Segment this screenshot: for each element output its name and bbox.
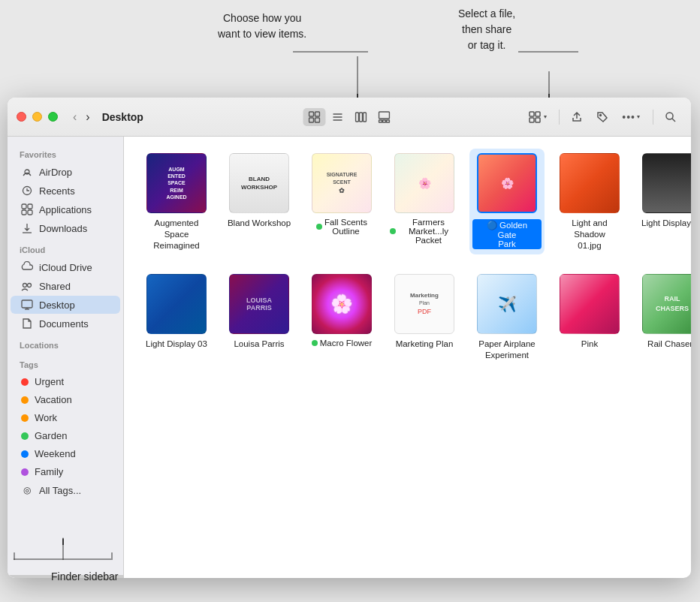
file-item-fall[interactable]: SIGNATURESCENT✿ Fall ScentsOutline xyxy=(304,149,379,254)
thumb-golden: 🌸 xyxy=(477,153,537,213)
file-item-light-shadow[interactable]: Light and Shadow01.jpg xyxy=(552,149,627,254)
sidebar-item-weekend[interactable]: Weekend xyxy=(11,445,120,462)
view-columns-button[interactable] xyxy=(350,108,373,126)
forward-button[interactable]: › xyxy=(83,109,92,125)
svg-rect-9 xyxy=(315,118,320,122)
share-button[interactable] xyxy=(566,108,588,126)
file-item-marketing[interactable]: Marketing Plan PDF Marketing Plan xyxy=(387,269,462,364)
file-item-pink[interactable]: Pink xyxy=(552,269,627,364)
thumb-light-display-01 xyxy=(642,153,691,213)
urgent-label: Urgent xyxy=(35,376,64,387)
sidebar-item-documents[interactable]: Documents xyxy=(11,315,120,333)
traffic-lights xyxy=(17,112,58,122)
toolbar-separator-1 xyxy=(559,110,560,125)
callout-share-text: Select a file,then shareor tag it. xyxy=(458,6,515,53)
all-tags-icon: ◎ xyxy=(21,484,33,496)
minimize-button[interactable] xyxy=(32,112,42,122)
thumb-marketing: Marketing Plan PDF xyxy=(394,274,454,334)
applications-label: Applications xyxy=(39,204,92,215)
sidebar-item-work[interactable]: Work xyxy=(11,409,120,426)
content-area: Favorites AirDrop Recents xyxy=(8,137,691,578)
downloads-label: Downloads xyxy=(39,223,87,234)
view-icon-button[interactable] xyxy=(303,108,326,126)
desktop-label: Desktop xyxy=(39,299,75,311)
back-button[interactable]: ‹ xyxy=(70,109,80,125)
sidebar-item-vacation[interactable]: Vacation xyxy=(11,391,120,408)
file-item-farmers[interactable]: 🌸 FarmersMarket...ly Packet xyxy=(387,149,462,254)
svg-point-37 xyxy=(28,284,32,287)
file-item-bland[interactable]: BLANDWORKSHOP Bland Workshop xyxy=(222,149,297,254)
icloud-label: iCloud xyxy=(8,238,123,257)
svg-rect-14 xyxy=(360,113,363,122)
weekend-dot xyxy=(21,450,29,458)
sidebar-item-airdrop[interactable]: AirDrop xyxy=(11,163,120,181)
vacation-dot xyxy=(21,396,29,404)
maximize-button[interactable] xyxy=(48,112,58,122)
all-tags-label: All Tags... xyxy=(39,485,81,496)
urgent-dot xyxy=(21,378,29,386)
svg-rect-17 xyxy=(379,120,382,122)
sidebar-item-downloads[interactable]: Downloads xyxy=(11,219,120,237)
file-name-rail: Rail Chasers xyxy=(647,339,691,350)
file-name-paper: Paper AirplaneExperiment xyxy=(478,339,535,361)
file-name-light-display-01: Light Display 01 xyxy=(641,218,691,229)
sidebar-item-desktop[interactable]: Desktop xyxy=(11,296,120,314)
recents-label: Recents xyxy=(39,185,75,197)
garden-dot xyxy=(21,432,29,440)
sidebar-item-recents[interactable]: Recents xyxy=(11,182,120,200)
file-name-louisa: Louisa Parris xyxy=(234,339,284,350)
thumb-rail: RAILCHASERS xyxy=(642,274,691,334)
thumb-paper: ✈️ xyxy=(477,274,537,334)
tag-button[interactable] xyxy=(591,108,614,126)
thumb-louisa: LOUISAPARRIS xyxy=(229,274,289,334)
svg-rect-8 xyxy=(309,118,314,122)
file-item-light-display-01[interactable]: Light Display 01 xyxy=(635,149,691,254)
search-button[interactable] xyxy=(659,108,682,126)
file-grid: AUGMENTEDSPACEREIMAGINED AugmentedSpace … xyxy=(124,137,691,578)
thumb-bland: BLANDWORKSHOP xyxy=(229,153,289,213)
sidebar-item-all-tags[interactable]: ◎ All Tags... xyxy=(11,481,120,499)
nav-buttons: ‹ › xyxy=(70,109,93,125)
file-name-augmented: AugmentedSpace Reimagined xyxy=(142,218,211,251)
tags-label: Tags xyxy=(8,353,123,372)
svg-rect-33 xyxy=(22,210,26,215)
applications-icon xyxy=(21,203,33,215)
sidebar-item-shared[interactable]: Shared xyxy=(11,277,120,295)
svg-rect-23 xyxy=(536,118,540,122)
file-name-golden: 🔵 Golden GatePark xyxy=(472,219,542,249)
sidebar-item-applications[interactable]: Applications xyxy=(11,200,120,218)
svg-rect-21 xyxy=(536,112,540,116)
family-dot xyxy=(21,468,29,476)
sidebar-item-garden[interactable]: Garden xyxy=(11,427,120,444)
thumb-farmers: 🌸 xyxy=(394,153,454,213)
file-item-rail[interactable]: RAILCHASERS Rail Chasers xyxy=(635,269,691,364)
file-item-paper[interactable]: ✈️ Paper AirplaneExperiment xyxy=(469,269,545,364)
thumb-light-display-03 xyxy=(146,274,207,334)
file-item-louisa[interactable]: LOUISAPARRIS Louisa Parris xyxy=(222,269,297,364)
sidebar-item-urgent[interactable]: Urgent xyxy=(11,373,120,390)
shared-label: Shared xyxy=(39,281,71,292)
file-item-macro[interactable]: 🌸 Macro Flower xyxy=(304,269,379,364)
file-name-marketing: Marketing Plan xyxy=(396,339,454,350)
desktop-icon xyxy=(21,299,33,311)
close-button[interactable] xyxy=(17,112,26,122)
toolbar-right: ••• xyxy=(524,108,682,126)
sidebar-item-family[interactable]: Family xyxy=(11,463,120,480)
thumb-augmented: AUGMENTEDSPACEREIMAGINED xyxy=(146,153,207,213)
airdrop-icon xyxy=(21,166,33,178)
file-item-augmented[interactable]: AUGMENTEDSPACEREIMAGINED AugmentedSpace … xyxy=(139,149,214,254)
svg-rect-16 xyxy=(379,112,390,119)
file-item-light-display-03[interactable]: Light Display 03 xyxy=(139,269,214,364)
view-list-button[interactable] xyxy=(327,108,349,126)
file-name-farmers: FarmersMarket...ly Packet xyxy=(390,218,459,245)
airdrop-label: AirDrop xyxy=(39,167,72,178)
file-row-1: AUGMENTEDSPACEREIMAGINED AugmentedSpace … xyxy=(139,149,676,254)
more-button[interactable]: ••• xyxy=(617,108,647,126)
file-item-golden[interactable]: 🌸 🔵 Golden GatePark xyxy=(469,149,545,254)
sidebar-item-icloud-drive[interactable]: iCloud Drive xyxy=(11,258,120,276)
svg-marker-24 xyxy=(544,116,547,119)
group-button[interactable] xyxy=(524,108,553,126)
icloud-drive-icon xyxy=(21,261,33,273)
callout-view-text: Choose how youwant to view items. xyxy=(218,11,306,42)
view-gallery-button[interactable] xyxy=(373,108,396,126)
